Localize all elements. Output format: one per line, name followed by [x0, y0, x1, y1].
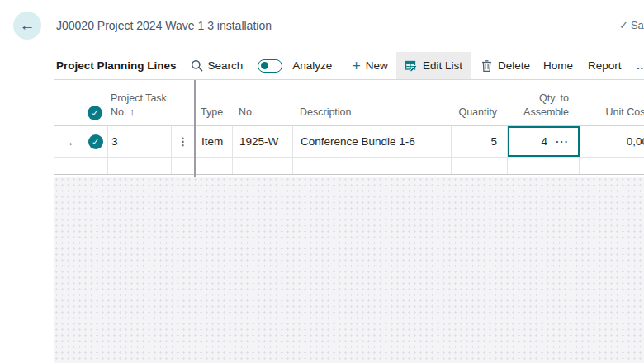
more-options-icon: …	[636, 59, 644, 72]
empty-cell-quantity[interactable]	[452, 158, 508, 174]
analyze-label: Analyze	[292, 59, 332, 72]
empty-cell-type[interactable]	[195, 158, 233, 174]
analyze-toggle-item[interactable]: Analyze	[256, 52, 334, 79]
column-header-qty-to-assemble[interactable]: Qty. to Assemble	[507, 80, 579, 125]
cell-no[interactable]: 1925-W	[233, 126, 293, 157]
edit-list-label: Edit List	[423, 59, 462, 72]
column-header-project-task-no[interactable]: Project Task No. ↑	[107, 80, 171, 125]
edit-list-icon	[405, 59, 418, 73]
search-button[interactable]: Search	[189, 52, 245, 79]
row-options-icon[interactable]: ⋮	[178, 136, 188, 147]
table-row-empty	[54, 158, 644, 175]
toggle-knob-icon	[261, 62, 268, 69]
assist-edit-icon[interactable]: ···	[556, 135, 569, 148]
table-row: → ✓ 3 ⋮ Item 1925-W Conference Bundle 1-…	[54, 126, 644, 158]
table-header-row: ✓ Project Task No. ↑ Type No. Descriptio…	[54, 80, 644, 126]
freeze-pane-divider	[194, 80, 196, 177]
column-header-type[interactable]: Type	[194, 80, 232, 125]
save-status-label: Saved	[631, 19, 644, 31]
home-label: Home	[543, 59, 573, 72]
qty-to-assemble-value: 4	[541, 135, 547, 148]
header-select-all-cell: ✓	[83, 80, 107, 125]
cell-project-task-no[interactable]: 3	[108, 126, 172, 157]
report-label: Report	[588, 59, 622, 72]
empty-cell-no[interactable]	[233, 158, 293, 174]
empty-row-menu-cell	[172, 158, 195, 174]
current-row-arrow-icon: →	[63, 135, 74, 148]
new-label: New	[366, 59, 388, 72]
empty-row-select-cell	[83, 158, 108, 174]
business-central-window: ← J00020 Project 2024 Wave 1 3 installat…	[0, 0, 644, 363]
search-label: Search	[208, 59, 244, 72]
cell-unit-cost[interactable]: 0,00	[580, 126, 644, 157]
edit-list-button[interactable]: Edit List	[396, 52, 471, 79]
column-header-unit-cost[interactable]: Unit Cost	[579, 80, 644, 125]
column-header-no[interactable]: No.	[232, 80, 292, 125]
report-menu[interactable]: Report	[586, 52, 623, 79]
plus-icon: +	[352, 59, 361, 73]
empty-row-indicator-cell	[54, 158, 83, 174]
list-caption: Project Planning Lines	[56, 59, 177, 72]
column-header-quantity[interactable]: Quantity	[451, 80, 507, 125]
top-bar: ← J00020 Project 2024 Wave 1 3 installat…	[0, 0, 644, 51]
header-row-indicator-cell	[54, 80, 83, 125]
saved-check-icon: ✓	[619, 19, 628, 31]
delete-label: Delete	[498, 59, 530, 72]
cell-quantity[interactable]: 5	[452, 126, 508, 157]
back-button[interactable]: ←	[13, 12, 41, 40]
page-title: J00020 Project 2024 Wave 1 3 installatio…	[56, 0, 272, 51]
row-menu-cell: ⋮	[172, 126, 195, 157]
empty-cell-project-task-no[interactable]	[108, 158, 172, 174]
new-button[interactable]: + New	[350, 52, 390, 79]
save-status: ✓Saved	[619, 0, 644, 51]
header-row-menu-cell	[171, 80, 194, 125]
column-header-description[interactable]: Description	[292, 80, 451, 125]
row-select-cell: ✓	[83, 126, 108, 157]
analyze-toggle[interactable]	[258, 59, 282, 73]
home-menu[interactable]: Home	[542, 52, 575, 79]
row-selected-checkbox[interactable]: ✓	[88, 134, 103, 149]
cell-description[interactable]: Conference Bundle 1-6	[293, 126, 452, 157]
select-all-checkbox[interactable]: ✓	[88, 106, 102, 120]
delete-button[interactable]: Delete	[479, 52, 532, 79]
planning-lines-table: ✓ Project Task No. ↑ Type No. Descriptio…	[54, 80, 644, 175]
cell-qty-to-assemble-selected[interactable]: 4 ···	[508, 126, 580, 157]
search-icon	[191, 59, 203, 72]
trash-icon	[481, 59, 493, 73]
empty-cell-unit-cost[interactable]	[580, 158, 644, 174]
empty-cell-qty-to-assemble[interactable]	[508, 158, 580, 174]
more-options-button[interactable]: …	[634, 52, 644, 79]
page-background-canvas	[54, 177, 644, 363]
empty-cell-description[interactable]	[293, 158, 452, 174]
cell-type[interactable]: Item	[195, 126, 233, 157]
row-indicator-cell: →	[54, 126, 83, 157]
back-arrow-icon: ←	[20, 16, 36, 35]
action-toolbar: Project Planning Lines Search Analyze + …	[0, 51, 644, 80]
